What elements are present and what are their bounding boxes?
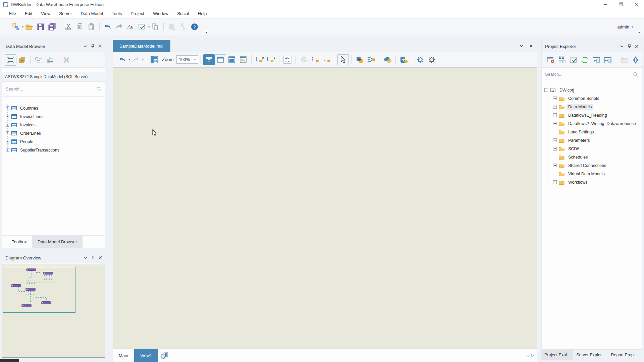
dmb-pin-button[interactable] (90, 43, 96, 49)
dashed-relation-button[interactable] (310, 54, 321, 65)
expand-panel-button[interactable] (591, 54, 602, 66)
menu-item[interactable]: Social (173, 10, 193, 17)
expand-icon[interactable] (6, 140, 9, 143)
redo-button[interactable] (113, 21, 125, 33)
view-tab[interactable]: View1 (134, 349, 158, 362)
user-menu[interactable]: admin ▾ (615, 23, 636, 31)
remove-project-button[interactable] (545, 54, 556, 66)
validate-model-button[interactable] (136, 21, 148, 33)
pointer-tool-button[interactable] (337, 54, 349, 65)
diagram-canvas[interactable] (113, 67, 537, 349)
doc-undo-button[interactable] (117, 54, 128, 65)
dock-tab[interactable]: Data Model Browser (32, 236, 83, 248)
help-button[interactable]: ? (189, 21, 200, 33)
menu-item[interactable]: Project (126, 10, 148, 17)
close-button[interactable] (629, 0, 644, 9)
toolbar-overflow-button[interactable]: ▾ (205, 31, 208, 34)
expand-icon[interactable] (553, 147, 557, 150)
table-tree-item[interactable]: Countries (2, 104, 105, 112)
auto-refresh-button-disabled[interactable]: S (298, 54, 310, 65)
expand-all-button[interactable] (44, 54, 56, 66)
copy-model-button[interactable] (16, 54, 28, 66)
export-database-button[interactable]: i (398, 54, 410, 65)
table-tree-item[interactable]: OrderLines (2, 129, 105, 137)
minimize-button[interactable] (598, 0, 613, 9)
settings-blue-button[interactable] (415, 54, 426, 65)
menu-item[interactable]: Tools (107, 10, 126, 17)
duplicate-model-button[interactable] (150, 21, 161, 33)
zoom-combo[interactable]: 100% ▾ (176, 55, 198, 64)
font-button[interactable]: Aa (125, 21, 136, 33)
expand-icon[interactable] (553, 122, 557, 125)
paste-button[interactable] (86, 21, 97, 33)
menu-item[interactable]: Data Model (76, 10, 107, 17)
collapsed-view-button[interactable] (215, 54, 226, 65)
view-tab[interactable]: Main (113, 349, 134, 362)
pe-dock-tab[interactable]: Project Expl... (541, 350, 573, 360)
expand-icon[interactable] (553, 105, 557, 109)
expand-icon[interactable] (6, 106, 9, 110)
keys-view-button[interactable] (237, 54, 249, 65)
pe-close-button[interactable] (634, 43, 640, 49)
doc-redo-button[interactable] (130, 54, 142, 65)
scroll-right-icon[interactable]: ▷ (531, 353, 534, 358)
table-tree-item[interactable]: SupplierTransactions (2, 146, 105, 154)
dock-tab[interactable]: Toolbox (6, 236, 32, 248)
folder-tree-item[interactable]: Dataflows1_Reading (542, 111, 642, 119)
expand-icon[interactable] (553, 180, 557, 184)
expand-icon[interactable] (553, 97, 557, 100)
right-toolbar-overflow-button[interactable]: ▾ (638, 31, 641, 34)
overview-close-button[interactable] (97, 255, 103, 261)
attributes-view-button[interactable] (226, 54, 237, 65)
open-button[interactable] (23, 21, 35, 33)
tablist-dropdown-button[interactable] (519, 43, 525, 49)
cloud-sync-button[interactable] (382, 54, 393, 65)
doc-redo-caret[interactable]: ▾ (142, 58, 144, 61)
collapse-icon[interactable] (544, 88, 548, 92)
solid-relation-button[interactable] (321, 54, 332, 65)
folder-tree-item[interactable]: Parameters (542, 136, 642, 144)
folder-tree-item[interactable]: Dataflows2_Writing_Datawarehouse (542, 119, 642, 128)
pe-pin-button[interactable] (626, 43, 632, 49)
overview-pin-button[interactable] (90, 255, 96, 261)
import-objects-button[interactable] (556, 54, 568, 66)
deploy-button-disabled[interactable] (177, 21, 189, 33)
restore-button[interactable] (613, 0, 629, 9)
zoom-dropdown-caret[interactable]: ▾ (192, 56, 198, 63)
save-button[interactable] (35, 21, 46, 33)
pe-menu-button[interactable] (619, 43, 625, 49)
menu-item[interactable]: Server (55, 10, 76, 17)
folder-tree-item[interactable]: Schedules (542, 153, 642, 161)
folder-tree-item[interactable]: Virtual Data Models (542, 170, 642, 178)
sort-desc-connector-button[interactable]: V (265, 54, 277, 65)
new-model-button[interactable] (10, 21, 21, 33)
menu-item[interactable]: Help (194, 10, 211, 17)
folder-tree-item[interactable]: Common Scripts (542, 94, 642, 103)
expand-icon[interactable] (553, 113, 557, 117)
display-format-button[interactable]: Abc123# (282, 54, 293, 65)
new-view-button[interactable] (158, 349, 171, 362)
pe-dock-tab[interactable]: Server Explor... (573, 350, 608, 360)
overview-viewport[interactable] (3, 267, 75, 313)
apply-window-button[interactable] (568, 54, 579, 66)
table-tree-item[interactable]: InvoiceLines (2, 112, 105, 121)
cut-button[interactable] (63, 21, 74, 33)
undo-button[interactable] (102, 21, 113, 33)
document-tab[interactable]: SampleDataModel.mdl (113, 40, 170, 52)
folder-tree-item[interactable]: SCD6 (542, 144, 642, 153)
expand-all-panel-button[interactable] (602, 54, 613, 66)
refresh-button[interactable] (579, 54, 591, 66)
table-tree-item[interactable]: People (2, 137, 105, 146)
menu-item[interactable]: Edit (20, 10, 37, 17)
folder-tree-item[interactable]: Shared Connections (542, 161, 642, 170)
menu-item[interactable]: Window (149, 10, 173, 17)
database-button-disabled[interactable] (166, 21, 177, 33)
diagram-view-button[interactable] (5, 54, 16, 66)
document-close-button[interactable] (528, 43, 534, 49)
menu-item[interactable]: View (37, 10, 55, 17)
expand-icon[interactable] (6, 115, 9, 118)
settings-dark-button[interactable] (426, 54, 437, 65)
page-setup-button[interactable] (149, 54, 160, 65)
folder-tree-item[interactable]: Load Settings (542, 128, 642, 136)
dmb-close-button[interactable] (97, 43, 103, 49)
